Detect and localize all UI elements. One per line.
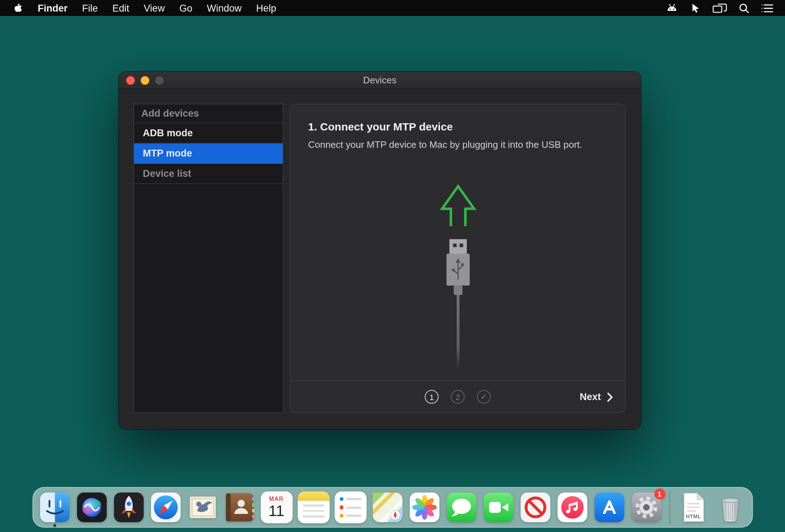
- contacts-book-icon: [224, 491, 256, 523]
- green-up-arrow-icon: [442, 186, 474, 226]
- dock-app-facetime[interactable]: [482, 491, 514, 523]
- spotlight-search-icon[interactable]: [739, 3, 749, 13]
- step-heading: 1. Connect your MTP device: [308, 120, 607, 133]
- devices-window: Devices Add devices ADB mode MTP mode De…: [119, 72, 641, 429]
- calendar-month: MAR: [269, 496, 283, 502]
- apple-menu[interactable]: [9, 3, 30, 13]
- finder-icon: [39, 491, 71, 523]
- screen-mirroring-icon[interactable]: [713, 3, 727, 13]
- calendar-day: 11: [269, 503, 284, 518]
- menu-bar: Finder File Edit View Go Window Help: [0, 0, 785, 16]
- dock-app-messages[interactable]: [445, 491, 477, 523]
- menu-window[interactable]: Window: [200, 3, 249, 13]
- usb-connect-illustration: [435, 181, 481, 374]
- menu-app-name[interactable]: Finder: [30, 3, 75, 13]
- siri-icon: [76, 491, 108, 523]
- facetime-camera-icon: [482, 491, 514, 523]
- sidebar-item-mtp-mode[interactable]: MTP mode: [134, 144, 283, 164]
- android-device-icon[interactable]: [665, 2, 678, 14]
- sidebar: Add devices ADB mode MTP mode Device lis…: [133, 104, 283, 413]
- next-button[interactable]: Next: [580, 381, 613, 412]
- menu-help[interactable]: Help: [249, 3, 284, 13]
- mail-stamp-icon: [187, 491, 219, 523]
- dock-app-maps[interactable]: [371, 491, 403, 523]
- step-description: Connect your MTP device to Mac by pluggi…: [308, 139, 607, 150]
- step-indicator-2: 2: [451, 390, 465, 404]
- step-indicator-done: ✓: [477, 390, 491, 404]
- dock-app-notes[interactable]: [298, 491, 329, 523]
- dock-app-prohibited[interactable]: [519, 491, 551, 523]
- reminders-icon: [335, 491, 366, 523]
- app-store-icon: [593, 491, 625, 523]
- dock-app-music[interactable]: [556, 491, 588, 523]
- dock-app-siri[interactable]: [76, 491, 108, 523]
- prohibition-sign-icon: [519, 491, 551, 523]
- dock-app-photos[interactable]: [408, 491, 440, 523]
- usb-plug-icon: [435, 181, 481, 371]
- chevron-right-icon: [607, 392, 613, 402]
- notification-list-icon[interactable]: [761, 3, 773, 13]
- music-note-icon: [556, 491, 588, 523]
- dock-app-launchpad[interactable]: [113, 491, 145, 523]
- notification-badge: 1: [654, 489, 665, 499]
- calendar-icon: MAR 11: [261, 491, 292, 523]
- launchpad-rocket-icon: [113, 491, 145, 523]
- menu-go[interactable]: Go: [172, 3, 200, 13]
- messages-bubble-icon: [445, 491, 477, 523]
- dock-app-reminders[interactable]: [335, 491, 366, 523]
- wizard-footer: 1 2 ✓ Next: [291, 381, 625, 412]
- window-title: Devices: [119, 72, 641, 88]
- dock-app-app-store[interactable]: [593, 491, 625, 523]
- step-indicator-1: 1: [425, 390, 439, 404]
- notes-icon: [298, 491, 329, 523]
- html-file-label: HTML: [678, 514, 710, 519]
- zoom-button-disabled: [155, 76, 164, 84]
- minimize-button[interactable]: [141, 76, 149, 84]
- dock-app-mail[interactable]: [187, 491, 219, 523]
- running-app-indicator: [53, 524, 56, 527]
- apple-logo-icon: [13, 3, 23, 13]
- photos-pinwheel-icon: [408, 491, 440, 523]
- close-button[interactable]: [126, 76, 135, 84]
- dock: MAR 11: [32, 487, 753, 528]
- menu-edit[interactable]: Edit: [105, 3, 137, 13]
- dock-app-finder[interactable]: [39, 491, 71, 523]
- dock-file-html[interactable]: HTML: [678, 491, 710, 523]
- safari-compass-icon: [150, 491, 182, 523]
- window-titlebar[interactable]: Devices: [119, 72, 641, 89]
- trash-bin-icon: [715, 491, 747, 523]
- next-button-label: Next: [580, 391, 601, 402]
- sidebar-item-adb-mode[interactable]: ADB mode: [134, 123, 283, 144]
- desktop: Finder File Edit View Go Window Help: [0, 0, 785, 532]
- dock-trash[interactable]: [715, 491, 747, 523]
- dock-app-contacts[interactable]: [224, 491, 256, 523]
- menu-file[interactable]: File: [75, 3, 105, 13]
- dock-app-system-preferences[interactable]: 1: [630, 491, 662, 523]
- sidebar-item-device-list[interactable]: Device list: [134, 164, 283, 184]
- main-panel: 1. Connect your MTP device Connect your …: [290, 104, 626, 413]
- sidebar-header-add-devices: Add devices: [134, 104, 283, 123]
- menu-bar-left: Finder File Edit View Go Window Help: [0, 3, 283, 13]
- menu-view[interactable]: View: [137, 3, 172, 13]
- cursor-pointer-icon[interactable]: [690, 3, 701, 13]
- traffic-lights: [126, 76, 164, 84]
- dock-separator: [669, 491, 670, 524]
- dock-app-safari[interactable]: [150, 491, 182, 523]
- dock-app-calendar[interactable]: MAR 11: [261, 491, 292, 523]
- maps-icon: [371, 491, 403, 523]
- menu-bar-status-area: [665, 2, 785, 14]
